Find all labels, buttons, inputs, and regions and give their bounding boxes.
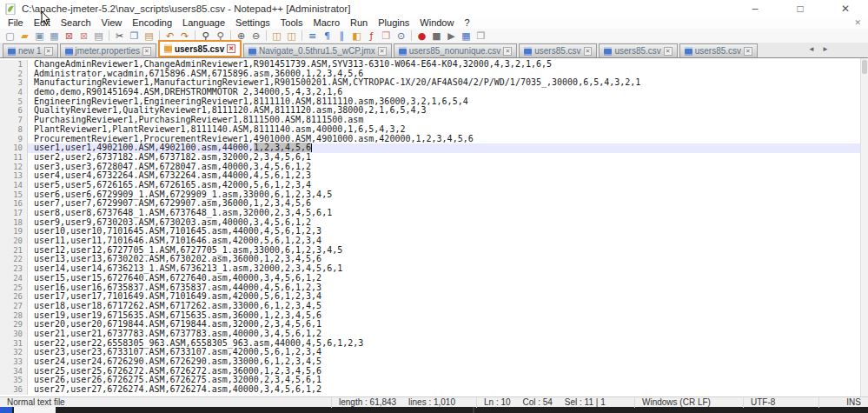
tab-close-icon[interactable]: ✕ [584,47,593,56]
line-number: 17 [0,209,28,218]
scrollbar-thumb[interactable] [862,60,867,74]
selected-text: 1,2,3,4,5,6 [254,143,311,152]
copy-icon[interactable]: ❐ [128,30,141,43]
tab-navigate-0-5thru1-5-wcp-jmx[interactable]: Navigate_0.5thru1.5_wCP.jmx✕ [243,43,392,57]
taskbar-separator [473,407,474,413]
macro-play-icon[interactable]: ▶ [445,30,458,43]
window-title: C:\apache-jmeter-5.2\nav_scripts\users85… [22,3,350,14]
menu-item-encoding[interactable]: Encoding [127,17,177,29]
folder-as-workspace-icon[interactable]: ❒ [380,30,393,43]
menu-item-language[interactable]: Language [177,17,230,29]
line-number: 4 [0,88,28,97]
line-number: 21 [0,246,28,256]
title-bar: C:\apache-jmeter-5.2\nav_scripts\users85… [0,0,868,17]
tab-users85-nonunique-csv[interactable]: users85_nonunique.csv✕ [394,43,518,57]
tab-close-icon[interactable]: ✕ [744,47,752,56]
sync-horizontal-scroll-icon[interactable]: ◫ [285,30,298,43]
window-controls: – □ ✕ [732,0,868,17]
save-icon[interactable]: ▣ [33,30,46,43]
menu-item-search[interactable]: Search [56,17,96,29]
open-folder-icon[interactable]: ▰ [18,30,31,43]
status-encoding: UTF-8 [743,397,818,408]
macro-run-multiple-icon[interactable]: ❐ [474,30,487,43]
vertical-scrollbar[interactable] [860,58,868,396]
line-number: 20 [0,236,28,246]
menubar-close-icon[interactable]: ✕ [854,17,861,29]
line-text: user2,user2,6737182.ASM,6737182.asm,3200… [28,153,311,163]
tab-users85-csv[interactable]: users85.csv✕ [519,43,597,57]
tab-scroll-arrows-icon[interactable]: ◄ ► [808,45,832,53]
macro-save-icon[interactable]: ▦ [460,30,473,43]
tab-close-icon[interactable]: ✕ [503,47,512,56]
close-button[interactable]: ✕ [823,0,868,17]
line-number: 35 [0,376,28,385]
macro-record-icon[interactable]: ● [415,30,428,43]
mouse-cursor-icon [41,11,50,25]
tab-users85-csv[interactable]: users85.csv✕ [679,43,758,57]
menu-item-tools[interactable]: Tools [275,17,308,29]
line-number: 30 [0,330,28,339]
line-number: 33 [0,357,28,367]
taskbar-app-button[interactable] [14,407,56,413]
file-icon [524,47,532,56]
menu-item-window[interactable]: Window [414,17,459,29]
editor-line-36: 36user27,user27,6726274.ASM,6726274.asm,… [0,385,868,395]
menu-bar: FileEditSearchViewEncodingLanguageSettin… [0,17,868,29]
line-number: 15 [0,190,28,200]
menu-item-settings[interactable]: Settings [230,17,275,29]
toolbar-separator [301,30,302,41]
cut-icon[interactable]: ✂ [113,30,126,43]
sync-vertical-scroll-icon[interactable]: ◫ [270,30,283,43]
line-number: 25 [0,283,28,293]
word-wrap-icon[interactable]: ≡ [306,30,319,43]
close-all-documents-icon[interactable]: ⊠ [77,30,90,43]
minimize-button[interactable]: – [732,0,778,17]
menu-item-file[interactable]: File [3,17,29,29]
tab-new-1[interactable]: new 1✕ [3,43,58,57]
zoom-out-icon[interactable]: ⊖ [249,30,262,43]
status-bar: Normal text file length : 61,843 lines :… [0,396,868,407]
line-text: user15,user15,6727640.ASM,6727640.asm,40… [28,274,321,283]
save-all-icon[interactable]: ▦ [48,30,61,43]
line-number: 12 [0,163,28,172]
tab-close-icon[interactable]: ✕ [142,47,151,56]
line-text: user27,user27,6726274.ASM,6726274.asm,40… [28,385,321,395]
taskbar-start-button[interactable] [0,407,12,413]
menu-item-help[interactable]: ? [459,17,474,29]
menu-item-plugins[interactable]: Plugins [373,17,414,29]
show-all-characters-icon[interactable]: ¶ [321,30,334,43]
tab-close-icon[interactable]: ✕ [664,47,673,56]
monitoring-eye-icon[interactable]: ⊙ [394,30,407,43]
line-number: 22 [0,255,28,264]
line-number: 16 [0,199,28,209]
line-number: 24 [0,274,28,283]
indent-guide-icon[interactable]: ∥ [335,30,348,43]
tab-close-icon[interactable]: ✕ [378,47,387,56]
menu-item-run[interactable]: Run [345,17,373,29]
menu-item-macro[interactable]: Macro [308,17,345,29]
tab-label: users85_nonunique.csv [409,46,501,56]
status-cursor-position: Ln : 10 Col : 54 Sel : 11 | 1 [476,397,634,408]
maximize-button[interactable]: □ [778,0,823,17]
tab-users85-csv[interactable]: users85.csv✕ [599,43,677,57]
paste-icon[interactable]: ▤ [142,30,156,43]
tab-bar: new 1✕jmeter.properties✕users85.csv✕Navi… [0,43,868,58]
tab-close-icon[interactable]: ✕ [227,44,235,53]
file-icon [604,47,612,56]
line-number: 18 [0,218,28,228]
toolbar: ▢▰▣▦⊠⊠▤✂❐▤↶↷⚲⚲⊕⊖◫◫≡¶∥◧ƒ❒⊙●■▶▦❐ [0,29,868,43]
line-number: 5 [0,97,28,107]
tab-close-icon[interactable]: ✕ [44,47,53,56]
menu-item-view[interactable]: View [96,17,128,29]
close-document-icon[interactable]: ⊠ [63,30,76,43]
tab-jmeter-properties[interactable]: jmeter.properties✕ [60,43,156,57]
function-list-icon[interactable]: ƒ [365,30,378,43]
document-map-icon[interactable]: ◧ [350,30,363,43]
status-length-lines: length : 61,843 lines : 1,010 [331,397,476,408]
line-number: 9 [0,135,28,144]
tab-users85-csv[interactable]: users85.csv✕ [158,40,242,57]
new-file-icon[interactable]: ▢ [3,30,17,43]
print-icon[interactable]: ▤ [92,30,105,43]
macro-stop-icon[interactable]: ■ [430,30,443,43]
text-editor[interactable]: 1ChangeAdminReviewer1,ChangeAdminReviewe… [0,58,868,396]
